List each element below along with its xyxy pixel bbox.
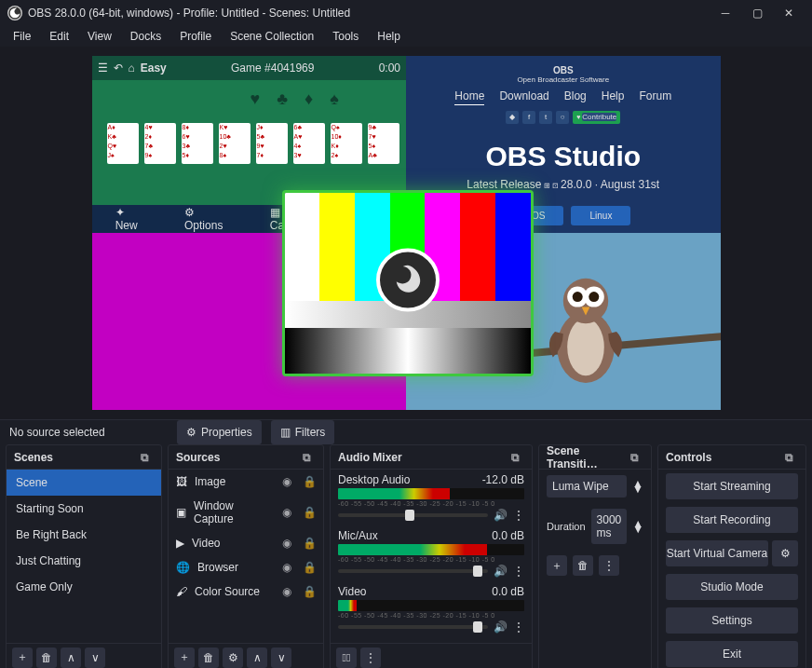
scene-item[interactable]: Starting Soon — [7, 496, 161, 522]
remove-source-button[interactable]: 🗑 — [198, 648, 219, 668]
source-toolbar: No source selected ⚙Properties ▥Filters — [0, 419, 812, 444]
popout-icon[interactable]: ⧉ — [511, 451, 524, 464]
channel-menu-button[interactable]: ⋮ — [513, 565, 524, 578]
channel-name: Video — [338, 585, 366, 598]
popout-icon[interactable]: ⧉ — [141, 451, 154, 464]
visibility-toggle[interactable]: ◉ — [282, 506, 295, 519]
lock-toggle[interactable]: 🔒 — [303, 537, 316, 550]
advanced-audio-button[interactable]: ⚙ﾟ — [336, 648, 357, 668]
source-item[interactable]: 🖼Image◉🔒 — [169, 470, 323, 494]
lock-toggle[interactable]: 🔒 — [303, 506, 316, 519]
scene-item[interactable]: Be Right Back — [7, 522, 161, 548]
menu-tools[interactable]: Tools — [323, 26, 368, 47]
maximize-button[interactable]: ▢ — [741, 0, 773, 26]
play-icon: ▶ — [176, 537, 184, 550]
docks: Scenes⧉ Scene Starting Soon Be Right Bac… — [0, 444, 812, 668]
menu-help[interactable]: Help — [368, 26, 410, 47]
svg-point-7 — [589, 292, 599, 302]
volume-slider[interactable] — [338, 569, 488, 573]
source-item[interactable]: 🖌Color Source◉🔒 — [169, 579, 323, 604]
menubar: File Edit View Docks Profile Scene Colle… — [0, 26, 812, 47]
menu-scene-collection[interactable]: Scene Collection — [221, 26, 323, 47]
remove-transition-button[interactable]: 🗑 — [573, 555, 593, 576]
scenes-panel: Scenes⧉ Scene Starting Soon Be Right Bac… — [6, 444, 162, 668]
channel-menu-button[interactable]: ⋮ — [513, 620, 524, 634]
visibility-toggle[interactable]: ◉ — [282, 475, 295, 488]
channel-menu-button[interactable]: ⋮ — [513, 509, 524, 522]
menu-profile[interactable]: Profile — [170, 26, 221, 47]
sources-panel: Sources⧉ 🖼Image◉🔒 ▣Window Capture◉🔒 ▶Vid… — [168, 444, 324, 668]
volume-slider[interactable] — [338, 625, 488, 629]
preview-canvas[interactable]: ☰↶⌂ Easy Game #4041969 0:00 ♥♣♦♠ A♦K♣Q♥J… — [92, 56, 721, 410]
source-up-button[interactable]: ∧ — [247, 648, 267, 668]
popout-icon[interactable]: ⧉ — [303, 451, 316, 464]
exit-button[interactable]: Exit — [666, 641, 798, 667]
close-button[interactable]: ✕ — [773, 0, 805, 26]
source-item[interactable]: ▣Window Capture◉🔒 — [169, 494, 323, 531]
gear-icon: ⚙ — [186, 426, 196, 439]
menu-edit[interactable]: Edit — [40, 26, 78, 47]
visibility-toggle[interactable]: ◉ — [282, 561, 295, 574]
speaker-icon[interactable]: 🔊 — [494, 565, 508, 578]
menu-file[interactable]: File — [4, 26, 40, 47]
globe-icon: 🌐 — [176, 561, 190, 574]
start-virtual-camera-button[interactable]: Start Virtual Camera — [666, 540, 768, 566]
duration-spinner[interactable]: ▲▼ — [632, 521, 643, 532]
scene-up-button[interactable]: ∧ — [61, 648, 81, 668]
settings-button[interactable]: Settings — [666, 607, 798, 634]
source-down-button[interactable]: ∨ — [271, 648, 291, 668]
transition-spinner[interactable]: ▲▼ — [632, 481, 643, 492]
start-recording-button[interactable]: Start Recording — [666, 507, 798, 533]
scene-down-button[interactable]: ∨ — [85, 648, 105, 668]
duration-input[interactable]: 3000 ms — [591, 509, 628, 544]
mixer-channel: Video0.0 dB -60 -55 -50 -45 -40 -35 -30 … — [331, 581, 532, 637]
lock-toggle[interactable]: 🔒 — [303, 585, 316, 598]
mixer-channel: Desktop Audio-12.0 dB -60 -55 -50 -45 -4… — [331, 470, 532, 525]
studio-mode-button[interactable]: Studio Mode — [666, 574, 798, 600]
properties-button[interactable]: ⚙Properties — [177, 420, 262, 444]
scene-item[interactable]: Game Only — [7, 574, 161, 600]
window-title: OBS 28.0.0 (64-bit, windows) - Profile: … — [28, 7, 710, 20]
channel-db: -12.0 dB — [482, 473, 524, 486]
titlebar: OBS 28.0.0 (64-bit, windows) - Profile: … — [0, 0, 812, 26]
filters-button[interactable]: ▥Filters — [271, 420, 335, 444]
speaker-icon[interactable]: 🔊 — [494, 620, 508, 634]
menu-view[interactable]: View — [78, 26, 121, 47]
virtual-camera-settings-button[interactable]: ⚙ — [772, 540, 798, 566]
source-item[interactable]: ▶Video◉🔒 — [169, 531, 323, 555]
mixer-menu-button[interactable]: ⋮ — [360, 648, 381, 668]
lock-toggle[interactable]: 🔒 — [303, 475, 316, 488]
scenes-title: Scenes — [14, 451, 53, 464]
channel-name: Mic/Aux — [338, 529, 378, 542]
add-transition-button[interactable]: ＋ — [547, 555, 567, 576]
obs-logo-icon — [7, 6, 22, 20]
add-source-button[interactable]: ＋ — [174, 648, 195, 668]
source-image — [282, 190, 534, 376]
brush-icon: 🖌 — [176, 585, 187, 598]
source-properties-button[interactable]: ⚙ — [223, 648, 243, 668]
source-item[interactable]: 🌐Browser◉🔒 — [169, 555, 323, 579]
visibility-toggle[interactable]: ◉ — [282, 537, 295, 550]
scene-item[interactable]: Scene — [7, 470, 161, 496]
svg-point-2 — [567, 319, 604, 376]
controls-panel: Controls⧉ Start Streaming Start Recordin… — [657, 444, 806, 668]
transition-select[interactable]: Luma Wipe — [547, 475, 627, 498]
window-icon: ▣ — [176, 506, 186, 519]
menu-docks[interactable]: Docks — [121, 26, 170, 47]
volume-slider[interactable] — [338, 513, 488, 517]
minimize-button[interactable]: ─ — [710, 0, 741, 26]
lock-toggle[interactable]: 🔒 — [303, 561, 316, 574]
popout-icon[interactable]: ⧉ — [785, 451, 798, 464]
preview-area: ☰↶⌂ Easy Game #4041969 0:00 ♥♣♦♠ A♦K♣Q♥J… — [0, 47, 812, 419]
controls-title: Controls — [666, 451, 711, 464]
channel-name: Desktop Audio — [338, 473, 410, 486]
start-streaming-button[interactable]: Start Streaming — [666, 473, 798, 499]
speaker-icon[interactable]: 🔊 — [494, 509, 508, 522]
scene-item[interactable]: Just Chatting — [7, 548, 161, 574]
add-scene-button[interactable]: ＋ — [12, 648, 33, 668]
channel-db: 0.0 dB — [492, 585, 524, 598]
transition-menu-button[interactable]: ⋮ — [599, 555, 619, 576]
remove-scene-button[interactable]: 🗑 — [36, 648, 57, 668]
popout-icon[interactable]: ⧉ — [630, 451, 643, 464]
visibility-toggle[interactable]: ◉ — [282, 585, 295, 598]
